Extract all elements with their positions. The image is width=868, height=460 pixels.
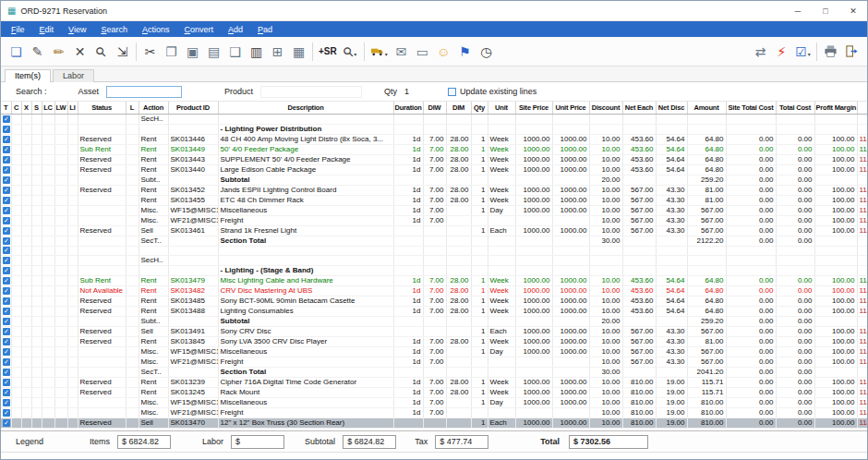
table-row[interactable]: ✓ReservedRentSK013452Jands ESPII Lightin… <box>1 185 867 195</box>
table-row[interactable]: ✓ReservedRentSK013488Lighting Consumable… <box>1 306 867 316</box>
table-row[interactable]: ✓SecT..Section Total30.002041.200.000.00 <box>1 367 867 377</box>
row-checkbox[interactable]: ✓ <box>3 287 10 295</box>
menu-search[interactable]: Search <box>93 24 135 35</box>
table-row[interactable]: ✓Not AvailableRentSK013482CRV Disc Maste… <box>1 285 867 296</box>
column-header-x[interactable]: X <box>21 102 31 114</box>
row-checkbox[interactable]: ✓ <box>3 369 10 376</box>
row-checkbox[interactable]: ✓ <box>3 348 10 356</box>
column-header-li[interactable]: LI <box>67 102 78 114</box>
row-checkbox[interactable]: ✓ <box>3 328 10 335</box>
search-icon[interactable]: ⚲ <box>90 40 112 63</box>
minimize-button[interactable]: ─ <box>784 1 812 20</box>
pencil-icon[interactable]: ✏ <box>48 40 69 63</box>
table-row[interactable]: ✓Misc.WF15@MISC1Miscellaneous1d7.001Day1… <box>1 205 867 215</box>
column-header-duration[interactable]: Duration <box>393 102 423 114</box>
delete-icon[interactable]: ✕ <box>69 40 90 63</box>
row-checkbox[interactable]: ✓ <box>3 297 10 305</box>
table-row[interactable]: ✓Misc.WF21@MISC1Freight1d7.0010.00567.00… <box>1 357 867 367</box>
row-checkbox[interactable]: ✓ <box>3 277 10 284</box>
row-checkbox[interactable]: ✓ <box>3 237 10 245</box>
copy-icon[interactable]: ❐ <box>161 40 182 63</box>
column-header-s[interactable]: S <box>31 102 42 114</box>
barcode-icon[interactable]: ▥ <box>246 40 267 63</box>
transport-icon[interactable]: ▾ <box>368 40 391 63</box>
row-checkbox[interactable]: ✓ <box>3 207 10 214</box>
table-row[interactable]: ✓ReservedRentSK013845Sony LVA 3500 CRV D… <box>1 336 867 346</box>
expand-icon[interactable]: ⇲ <box>112 40 133 63</box>
lightning-icon[interactable]: ⚡ <box>771 40 792 63</box>
add-sr-button[interactable]: +SR <box>316 40 340 63</box>
table-row[interactable]: ✓ReservedRentSK013485Sony BCT-90ML 90min… <box>1 296 867 306</box>
table-row[interactable]: ✓ReservedSellSK013461Strand 1k Fresnel L… <box>1 225 867 236</box>
asset-input[interactable] <box>106 86 182 98</box>
column-header-start[interactable]: St <box>857 102 867 114</box>
menu-actions[interactable]: Actions <box>135 24 177 35</box>
paste-icon[interactable]: ▣ <box>182 40 203 63</box>
checklist-icon[interactable]: ☑▾ <box>792 40 814 63</box>
flag-icon[interactable]: ⚑ <box>454 40 476 63</box>
table-row[interactable]: ✓- Lighting - (Stage & Band) <box>1 265 867 275</box>
column-header-c[interactable]: C <box>11 102 21 114</box>
layers-icon[interactable]: ▤ <box>203 40 224 63</box>
edit-document-icon[interactable]: ✎ <box>27 40 48 63</box>
cut-icon[interactable]: ✂ <box>139 40 161 63</box>
column-header-unit[interactable]: Unit <box>488 102 515 114</box>
zoom-document-icon[interactable]: ⚲▾ <box>340 40 361 63</box>
documents-icon[interactable]: ❑ <box>224 40 246 63</box>
row-checkbox[interactable]: ✓ <box>3 197 10 204</box>
column-header-dim[interactable]: DIM <box>446 102 471 114</box>
column-header-qty[interactable]: Qty <box>471 102 488 114</box>
row-checkbox[interactable]: ✓ <box>3 227 10 235</box>
row-checkbox[interactable]: ✓ <box>3 409 10 417</box>
column-header-total_cost[interactable]: Total Cost <box>776 102 814 114</box>
column-header-site_total_cost[interactable]: Site Total Cost <box>726 102 776 114</box>
table-row[interactable]: ✓- Lighting Power Distribution <box>1 124 867 134</box>
row-checkbox[interactable]: ✓ <box>3 399 10 406</box>
column-header-l[interactable]: L <box>126 102 139 114</box>
menu-view[interactable]: View <box>61 24 93 35</box>
new-document-icon[interactable]: ❏ <box>6 40 27 63</box>
window-icon[interactable]: ▭ <box>412 40 433 63</box>
exit-icon[interactable] <box>841 40 862 63</box>
table-row[interactable]: ✓ReservedRentSK013443SUPPLEMENT 50' 4/0 … <box>1 154 867 164</box>
table-row[interactable]: ✓SecT..Section Total30.002122.200.000.00 <box>1 236 867 246</box>
menu-edit[interactable]: Edit <box>32 24 62 35</box>
column-header-discount[interactable]: Discount <box>589 102 622 114</box>
row-checkbox[interactable]: ✓ <box>3 146 10 153</box>
table-row[interactable]: ✓Sub RentRentSK01344950' 4/0 Feeder Pack… <box>1 144 867 154</box>
close-button[interactable]: ✕ <box>839 1 867 20</box>
table-row[interactable]: ✓RentSK013455ETC 48 Ch Dimmer Rack1d7.00… <box>1 195 867 205</box>
row-checkbox[interactable]: ✓ <box>3 166 10 174</box>
row-checkbox[interactable]: ✓ <box>3 126 10 133</box>
tab-items[interactable]: Item(s) <box>5 69 51 82</box>
transfer-icon[interactable]: ⇄ <box>750 40 771 63</box>
row-checkbox[interactable]: ✓ <box>3 389 10 396</box>
column-header-lw[interactable]: LW <box>54 102 67 114</box>
column-header-site_price[interactable]: Site Price <box>515 102 552 114</box>
row-checkbox[interactable]: ✓ <box>3 247 10 254</box>
table-row[interactable]: ✓Misc.WF21@MISC1Freight1d7.0010.00810.00… <box>1 407 867 418</box>
row-checkbox[interactable]: ✓ <box>3 379 10 386</box>
table-row[interactable]: ✓Subt..Subtotal20.00259.200.000.00 <box>1 175 867 185</box>
row-checkbox[interactable]: ✓ <box>3 358 10 366</box>
row-checkbox[interactable]: ✓ <box>3 187 10 194</box>
column-header-product_id[interactable]: Product ID <box>168 102 218 114</box>
clock-icon[interactable]: ◷ <box>476 40 497 63</box>
column-header-amount[interactable]: Amount <box>687 102 726 114</box>
table-row[interactable]: ✓ReservedRentSK013239Cipher 716A Digital… <box>1 377 867 387</box>
table-row[interactable]: ✓ReservedSellSK01347012" x 12" Box Truss… <box>1 418 867 428</box>
column-header-net_each[interactable]: Net Each <box>622 102 656 114</box>
table-row[interactable]: ✓Misc.WF15@MISC1Miscellaneous1d7.001Day1… <box>1 346 867 357</box>
row-checkbox[interactable]: ✓ <box>3 308 10 315</box>
update-existing-lines-checkbox[interactable] <box>448 88 456 96</box>
print-icon[interactable] <box>820 40 841 63</box>
menu-file[interactable]: File <box>4 24 32 35</box>
row-checkbox[interactable]: ✓ <box>3 156 10 163</box>
table-row[interactable]: ✓ReservedSellSK013491Sony CRV Disc1Each1… <box>1 326 867 336</box>
row-checkbox[interactable]: ✓ <box>3 318 10 325</box>
table-row[interactable]: ✓SecH.. <box>1 114 867 124</box>
table-row[interactable]: ✓ <box>1 246 867 255</box>
table-row[interactable]: ✓Misc.WF15@MISC1Miscellaneous1d7.001Day1… <box>1 397 867 407</box>
send-email-icon[interactable]: ✉ <box>391 40 412 63</box>
maximize-button[interactable]: □ <box>812 1 839 20</box>
